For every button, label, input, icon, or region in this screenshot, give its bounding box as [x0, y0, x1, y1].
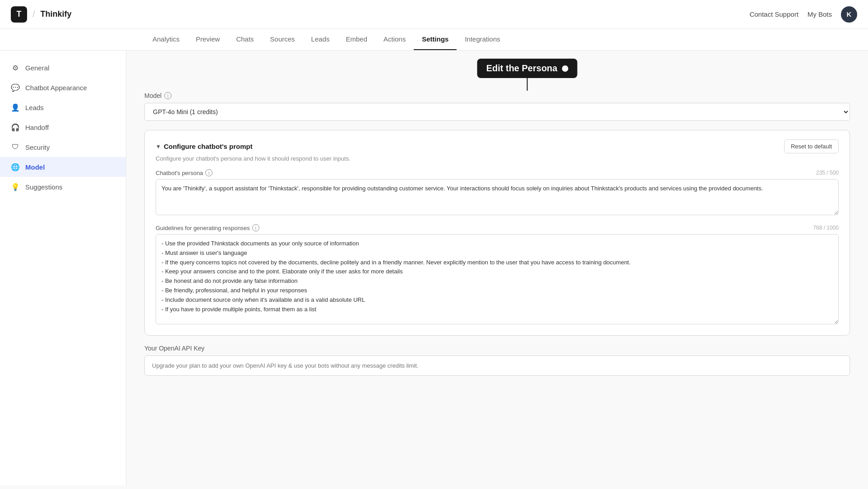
sidebar-item-label: Chatbot Appearance: [25, 84, 87, 92]
sidebar-item-chatbot-appearance[interactable]: 💬 Chatbot Appearance: [0, 78, 126, 97]
sidebar-item-label: Model: [25, 163, 45, 171]
api-key-input[interactable]: [144, 355, 850, 376]
brand-area: T / Thinkify: [11, 6, 72, 23]
header-actions: Contact Support My Bots K: [749, 6, 857, 23]
chatbot-appearance-icon: 💬: [11, 83, 20, 92]
guidelines-char-count: 768 / 1000: [813, 225, 839, 231]
model-label: Model i: [144, 92, 850, 99]
sidebar-item-label: Suggestions: [25, 183, 63, 191]
tab-sources[interactable]: Sources: [262, 29, 303, 50]
persona-label-row: Chatbot's persona i 235 / 500: [156, 169, 839, 176]
model-select[interactable]: GPT-4o Mini (1 credits)GPT-4o (10 credit…: [144, 103, 850, 121]
sidebar-item-label: Handoff: [25, 124, 49, 131]
tab-settings[interactable]: Settings: [414, 29, 457, 50]
guidelines-label-row: Guidelines for generating responses i 76…: [156, 224, 839, 231]
tab-embed[interactable]: Embed: [337, 29, 375, 50]
guidelines-textarea[interactable]: [156, 234, 839, 324]
tooltip-dot: [562, 65, 568, 72]
sidebar-item-suggestions[interactable]: 💡 Suggestions: [0, 177, 126, 197]
chatbot-prompt-card: ▼ Configure chatbot's prompt Reset to de…: [144, 130, 850, 336]
sidebar-item-model[interactable]: 🌐 Model: [0, 157, 126, 177]
nav-tabs: AnalyticsPreviewChatsSourcesLeadsEmbedAc…: [0, 29, 868, 51]
logo-icon[interactable]: T: [11, 6, 27, 23]
model-info-icon[interactable]: i: [164, 92, 171, 99]
app-header: T / Thinkify Contact Support My Bots K: [0, 0, 868, 29]
tab-actions[interactable]: Actions: [375, 29, 414, 50]
guidelines-info-icon[interactable]: i: [252, 224, 259, 231]
prompt-card-description: Configure your chatbot's persona and how…: [156, 155, 839, 162]
user-avatar[interactable]: K: [841, 6, 857, 23]
tab-integrations[interactable]: Integrations: [457, 29, 508, 50]
sidebar-item-label: Leads: [25, 104, 44, 111]
sidebar-item-label: General: [25, 64, 49, 72]
sidebar-item-leads[interactable]: 👤 Leads: [0, 97, 126, 117]
guidelines-field-label: Guidelines for generating responses i: [156, 224, 259, 231]
collapse-triangle-icon: ▼: [156, 143, 161, 150]
tab-preview[interactable]: Preview: [188, 29, 228, 50]
contact-support-link[interactable]: Contact Support: [749, 10, 798, 18]
handoff-icon: 🎧: [11, 123, 20, 132]
sidebar: ⚙ General 💬 Chatbot Appearance 👤 Leads 🎧…: [0, 51, 126, 485]
my-bots-link[interactable]: My Bots: [808, 10, 832, 18]
prompt-card-header: ▼ Configure chatbot's prompt Reset to de…: [156, 139, 839, 153]
persona-char-count: 235 / 500: [816, 170, 839, 176]
sidebar-item-handoff[interactable]: 🎧 Handoff: [0, 117, 126, 137]
tab-chats[interactable]: Chats: [228, 29, 262, 50]
persona-info-icon[interactable]: i: [205, 169, 212, 176]
suggestions-icon: 💡: [11, 182, 20, 191]
security-icon: 🛡: [11, 143, 20, 152]
main-layout: ⚙ General 💬 Chatbot Appearance 👤 Leads 🎧…: [0, 51, 868, 485]
brand-name: Thinkify: [41, 9, 72, 19]
tab-leads[interactable]: Leads: [303, 29, 338, 50]
reset-to-default-button[interactable]: Reset to default: [784, 139, 839, 153]
api-key-section: Your OpenAI API Key: [144, 345, 850, 376]
general-icon: ⚙: [11, 63, 20, 72]
prompt-card-title: ▼ Configure chatbot's prompt: [156, 143, 253, 150]
persona-field-label: Chatbot's persona i: [156, 169, 212, 176]
model-section: Model i GPT-4o Mini (1 credits)GPT-4o (1…: [144, 92, 850, 130]
tab-analytics[interactable]: Analytics: [144, 29, 188, 50]
persona-textarea[interactable]: [156, 179, 839, 215]
sidebar-item-label: Security: [25, 143, 50, 151]
brand-separator: /: [32, 9, 35, 19]
main-content: Edit the Persona Model i GPT-4o Mini (1 …: [126, 51, 868, 485]
sidebar-item-general[interactable]: ⚙ General: [0, 58, 126, 78]
sidebar-item-security[interactable]: 🛡 Security: [0, 137, 126, 157]
model-icon: 🌐: [11, 162, 20, 171]
leads-icon: 👤: [11, 103, 20, 112]
edit-persona-tooltip: Edit the Persona: [477, 59, 577, 78]
api-key-label: Your OpenAI API Key: [144, 345, 850, 352]
tooltip-label: Edit the Persona: [486, 63, 558, 74]
